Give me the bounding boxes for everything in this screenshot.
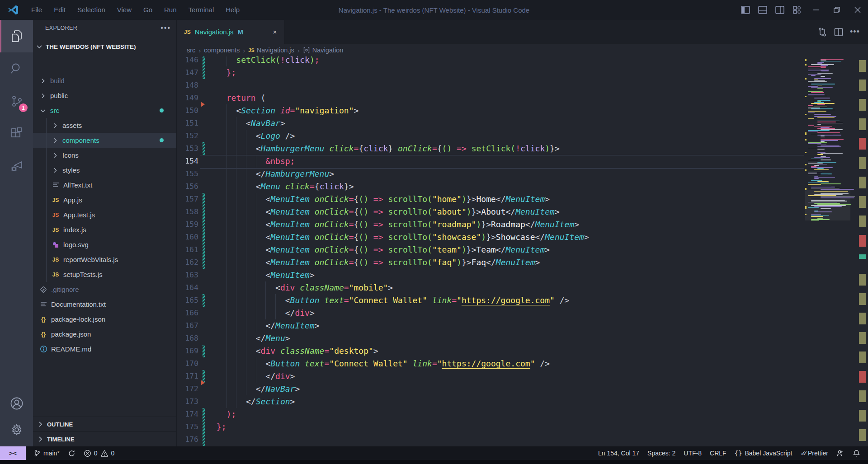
folder-build[interactable]: build [33,73,176,88]
breadcrumb-navigation-js[interactable]: JSNavigation.js [248,47,294,54]
line-number[interactable]: 151 [177,117,198,130]
line-number[interactable]: 170 [177,357,198,370]
explorer-icon[interactable] [0,20,33,52]
line-number[interactable]: 147 [177,66,198,79]
code-line[interactable]: 153 <HamburgerMenu click={click} onClick… [177,142,805,155]
code-line[interactable]: 155 </HamburgerMenu> [177,168,805,180]
line-number[interactable]: 154 [177,155,198,168]
menu-help[interactable]: Help [220,0,245,20]
code-line[interactable]: 149 return ( [177,92,805,104]
file-reportwebvitals-js[interactable]: JSreportWebVitals.js [33,252,176,267]
code-line[interactable]: 160 <MenuItem onClick={() => scrollTo("s… [177,231,805,244]
accounts-icon[interactable] [0,390,33,417]
line-number[interactable]: 171 [177,370,198,383]
minimap-slider[interactable] [805,190,850,220]
timeline-panel-header[interactable]: TIMELINE [33,431,176,446]
language-mode[interactable]: {} Babel JavaScript [731,450,797,457]
line-number[interactable]: 176 [177,433,198,446]
line-number[interactable]: 172 [177,383,198,395]
file-documentation-txt[interactable]: Documentation.txt [33,297,176,312]
more-actions-icon[interactable]: ••• [848,25,862,39]
breadcrumb-src[interactable]: src [187,47,195,54]
indentation-setting[interactable]: Spaces: 2 [643,450,679,457]
code-line[interactable]: 170 <Button text="Connect Wallet" link="… [177,357,805,370]
search-icon[interactable] [0,52,33,85]
file-alltext-txt[interactable]: AllText.txt [33,178,176,192]
toggle-secondary-sidebar-icon[interactable] [771,0,788,20]
file-setuptests-js[interactable]: JSsetupTests.js [33,267,176,282]
line-number[interactable]: 173 [177,395,198,408]
line-number[interactable]: 169 [177,345,198,357]
breadcrumb-navigation[interactable]: Navigation [303,47,344,54]
code-line[interactable]: 176 [177,433,805,446]
run-and-debug-icon[interactable] [0,150,33,183]
file-index-js[interactable]: JSindex.js [33,222,176,237]
close-button[interactable] [847,0,868,20]
code-line[interactable]: 159 <MenuItem onClick={() => scrollTo("r… [177,218,805,231]
code-line[interactable]: 154 &nbsp; [177,155,805,168]
file-app-test-js[interactable]: JSApp.test.js [33,207,176,222]
folder-components[interactable]: components [33,133,176,148]
file--gitignore[interactable]: .gitignore [33,282,176,297]
line-number[interactable]: 152 [177,130,198,142]
folder-icons[interactable]: Icons [33,148,176,163]
menu-file[interactable]: File [25,0,48,20]
folder-styles[interactable]: styles [33,163,176,178]
file-package-lock-json[interactable]: {}package-lock.json [33,312,176,327]
code-line[interactable]: 157 <MenuItem onClick={() => scrollTo("h… [177,193,805,206]
menu-terminal[interactable]: Terminal [183,0,220,20]
menu-run[interactable]: Run [158,0,183,20]
line-number[interactable]: 174 [177,408,198,421]
line-number[interactable]: 168 [177,332,198,345]
line-number[interactable]: 146 [177,56,198,66]
minimap[interactable] [805,56,850,446]
tab-close-icon[interactable]: × [270,27,280,37]
code-line[interactable]: 152 <Logo /> [177,130,805,142]
code-line[interactable]: 162 <MenuItem onClick={() => scrollTo("f… [177,256,805,269]
formatter-item[interactable]: ✓✓ Prettier [797,450,832,457]
split-editor-icon[interactable] [832,25,845,39]
remote-indicator[interactable]: >< [0,446,26,460]
line-number[interactable]: 150 [177,104,198,117]
outline-panel-header[interactable]: OUTLINE [33,417,176,431]
open-changes-icon[interactable] [816,25,829,39]
notifications-item[interactable] [849,450,864,457]
line-number[interactable]: 164 [177,281,198,294]
line-number[interactable]: 156 [177,180,198,193]
folder-public[interactable]: public [33,88,176,103]
code-line[interactable]: 161 <MenuItem onClick={() => scrollTo("t… [177,244,805,256]
file-logo-svg[interactable]: logo.svg [33,237,176,252]
project-section-header[interactable]: THE WEIRDOS (NFT WEBSITE) [33,40,176,53]
code-line[interactable]: 165 <Button text="Connect Wallet" link="… [177,294,805,307]
folder-assets[interactable]: assets [33,118,176,133]
folder-src[interactable]: src [33,103,176,118]
line-number[interactable]: 159 [177,218,198,231]
customize-layout-icon[interactable] [788,0,806,20]
file-readme-md[interactable]: README.md [33,342,176,356]
code-line[interactable]: 164 <div className="mobile"> [177,281,805,294]
code-line[interactable]: 150 <Section id="navigation"> [177,104,805,117]
line-number[interactable]: 157 [177,193,198,206]
line-number[interactable]: 158 [177,206,198,218]
line-number[interactable]: 167 [177,319,198,332]
code-line[interactable]: 175}; [177,421,805,433]
eol-setting[interactable]: CRLF [706,450,731,457]
code-line[interactable]: 166 </div> [177,307,805,319]
line-number[interactable]: 175 [177,421,198,433]
code-line[interactable]: 146 setClick(!click); [177,56,805,66]
menu-selection[interactable]: Selection [71,0,111,20]
toggle-panel-icon[interactable] [754,0,771,20]
line-number[interactable]: 165 [177,294,198,307]
source-control-icon[interactable]: 1 [0,85,33,117]
line-number[interactable]: 161 [177,244,198,256]
overview-ruler[interactable] [857,56,868,446]
git-branch-item[interactable]: main* [29,446,64,460]
menu-view[interactable]: View [111,0,137,20]
line-number[interactable]: 163 [177,269,198,281]
menu-go[interactable]: Go [137,0,158,20]
code-area[interactable]: 146 setClick(!click);147 };148149 return… [177,56,868,446]
cursor-position[interactable]: Ln 154, Col 17 [594,450,643,457]
encoding-setting[interactable]: UTF-8 [679,450,706,457]
code-line[interactable]: 151 <NavBar> [177,117,805,130]
code-line[interactable]: 147 }; [177,66,805,79]
